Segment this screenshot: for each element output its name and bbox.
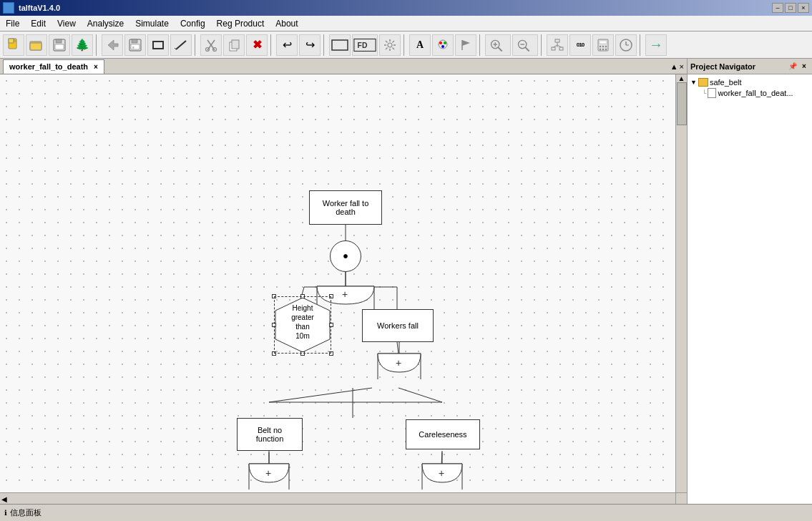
btn-binary[interactable]: 010: [569, 34, 591, 56]
btn-save2[interactable]: ≡: [124, 34, 146, 56]
tab-label: worker_fall_to_death: [9, 62, 88, 71]
tree-item-safe-belt[interactable]: ▼ safe_belt: [690, 77, 809, 87]
btn-rect[interactable]: [147, 34, 169, 56]
btn-cut[interactable]: [200, 34, 222, 56]
btn-zoom-out[interactable]: [512, 34, 538, 56]
tree-label-worker-fall: worker_fall_to_deat...: [718, 89, 793, 97]
tree-indent-worker-fall: └ worker_fall_to_deat...: [690, 87, 809, 99]
btn-new[interactable]: [3, 34, 24, 56]
minimize-button[interactable]: –: [772, 3, 783, 13]
sep3: [270, 34, 273, 56]
svg-text:+: +: [265, 467, 271, 479]
btn-redo[interactable]: ↪: [299, 34, 321, 56]
menu-simulate[interactable]: Simulate: [129, 16, 175, 31]
svg-rect-22: [332, 40, 348, 50]
node-top-event[interactable]: Worker fall todeath: [309, 190, 382, 225]
btn-copy[interactable]: [223, 34, 245, 56]
tab-worker-fall[interactable]: worker_fall_to_death ×: [3, 59, 104, 74]
svg-rect-1: [9, 39, 14, 43]
sep4: [323, 34, 326, 56]
maximize-button[interactable]: □: [785, 3, 796, 13]
app-icon: [3, 2, 14, 14]
menu-view[interactable]: View: [52, 16, 82, 31]
svg-text:+: +: [396, 357, 401, 369]
handle-tr[interactable]: [329, 294, 333, 298]
file-icon-worker-fall: [708, 88, 716, 98]
btn-flag[interactable]: [455, 34, 476, 56]
tree-item-worker-fall[interactable]: └ worker_fall_to_deat...: [702, 87, 809, 99]
vertical-scroll-thumb[interactable]: [677, 82, 687, 125]
svg-point-25: [388, 43, 392, 47]
btn-back[interactable]: [102, 34, 123, 56]
node-height-event[interactable]: Heightgreaterthan10m: [274, 296, 331, 354]
menu-file[interactable]: File: [0, 16, 25, 31]
svg-marker-39: [462, 40, 470, 46]
btn-undo[interactable]: ↩: [276, 34, 298, 56]
menu-config[interactable]: Config: [175, 16, 211, 31]
btn-text[interactable]: A: [409, 34, 431, 56]
svg-rect-6: [56, 39, 62, 43]
tree-line-icon: └: [702, 89, 706, 97]
menu-analysize[interactable]: Analysize: [82, 16, 129, 31]
node-dot[interactable]: •: [330, 240, 361, 272]
btn-box[interactable]: [329, 34, 351, 56]
svg-point-37: [441, 45, 444, 48]
sep5: [403, 34, 406, 56]
handle-br[interactable]: [329, 351, 333, 356]
nav-close-button[interactable]: ×: [799, 62, 809, 72]
horizontal-scrollbar[interactable]: ◀: [0, 492, 675, 504]
btn-tools[interactable]: [379, 34, 401, 56]
btn-clock[interactable]: [615, 34, 637, 56]
close-button[interactable]: ×: [798, 3, 809, 13]
btn-arrow[interactable]: →: [645, 34, 667, 56]
handle-bm[interactable]: [300, 351, 305, 356]
menu-about[interactable]: About: [270, 16, 303, 31]
btn-calc[interactable]: [592, 34, 614, 56]
tree-label-safe-belt: safe_belt: [710, 78, 742, 87]
svg-rect-48: [552, 47, 555, 50]
svg-text:+: +: [439, 467, 444, 479]
btn-color[interactable]: [432, 34, 454, 56]
svg-rect-7: [55, 44, 64, 49]
scroll-corner: [675, 492, 687, 504]
menu-reg-product[interactable]: Reg Product: [211, 16, 270, 31]
svg-marker-8: [108, 40, 118, 50]
node-top-event-label: Worker fall todeath: [323, 199, 369, 216]
svg-line-15: [175, 48, 176, 49]
svg-rect-49: [559, 47, 563, 50]
btn-save[interactable]: [49, 34, 70, 56]
menu-edit[interactable]: Edit: [25, 16, 52, 31]
app-title-text: talftaV1.4.0: [19, 4, 60, 12]
btn-zoom-in[interactable]: [485, 34, 511, 56]
btn-fd[interactable]: FD: [352, 34, 378, 56]
statusbar: ℹ 信息面板: [0, 504, 812, 521]
handle-tl[interactable]: [272, 294, 276, 298]
handle-bl[interactable]: [272, 351, 276, 356]
sep1: [96, 34, 99, 56]
node-workers-fall[interactable]: Workers fall: [362, 309, 434, 342]
tab-close-button[interactable]: ×: [94, 63, 98, 71]
btn-open[interactable]: [26, 34, 47, 56]
tab-collapse-button[interactable]: ▲: [670, 62, 678, 71]
svg-point-56: [602, 45, 604, 47]
node-carelessness[interactable]: Careleseness: [406, 419, 480, 449]
sep6: [479, 34, 482, 56]
btn-line[interactable]: [170, 34, 192, 56]
btn-delete[interactable]: ✖: [246, 34, 268, 56]
sep7: [541, 34, 544, 56]
handle-mr[interactable]: [329, 323, 333, 327]
handle-ml[interactable]: [272, 323, 276, 327]
svg-text:FD: FD: [358, 41, 368, 49]
vertical-scrollbar[interactable]: ▲: [675, 74, 687, 492]
handle-tm[interactable]: [300, 294, 305, 298]
btn-tree[interactable]: 🌲: [72, 34, 93, 56]
svg-point-60: [605, 48, 607, 49]
svg-line-33: [386, 47, 388, 49]
tab-pin-close-button[interactable]: ×: [680, 62, 684, 71]
canvas-area[interactable]: Worker fall todeath • +: [0, 74, 687, 504]
gate-mid-and: +: [371, 342, 428, 379]
tree-arrow-safe-belt: ▼: [690, 79, 697, 86]
nav-pin-button[interactable]: 📌: [788, 62, 798, 72]
node-belt-no-func[interactable]: Belt nofunction: [237, 418, 303, 451]
btn-org[interactable]: [547, 34, 568, 56]
